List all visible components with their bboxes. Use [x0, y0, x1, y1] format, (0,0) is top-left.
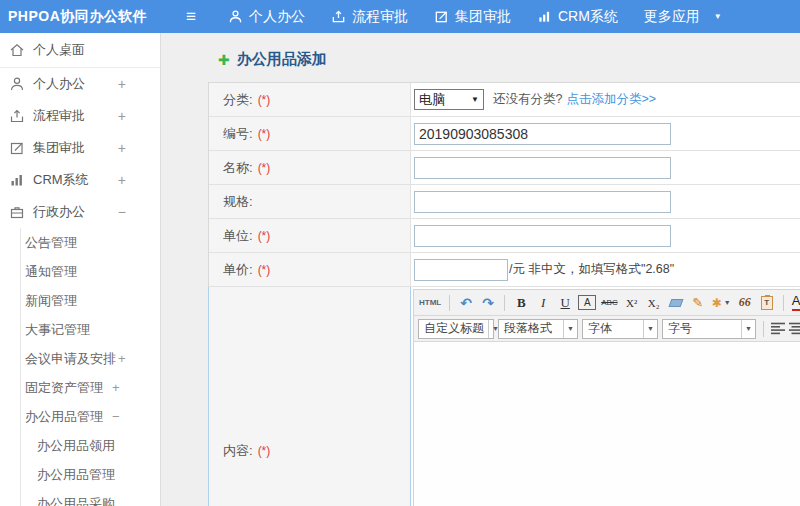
strikethrough-button[interactable]: ABC: [600, 293, 618, 313]
font-color-button[interactable]: A▼: [791, 293, 800, 313]
caret-down-icon: ▼: [741, 320, 755, 338]
upload-icon: [9, 108, 25, 124]
sidebar-item-meeting-request[interactable]: 会议申请及安排+: [21, 344, 160, 373]
spec-input[interactable]: [414, 191, 671, 213]
paragraph-format-select[interactable]: 段落格式▼: [498, 319, 578, 339]
sidebar-item-workflow-approval[interactable]: 流程审批 +: [0, 100, 160, 132]
sidebar-item-group-approval[interactable]: 集团审批 +: [0, 132, 160, 164]
clear-format-button[interactable]: ✎: [689, 293, 707, 313]
eraser-button[interactable]: [667, 293, 685, 313]
phpoa-app: { "navbar": { "logo": "PHPOA协同办公软件", "it…: [0, 0, 800, 506]
nav-item-personal-office[interactable]: 个人办公: [228, 8, 305, 26]
html-source-button[interactable]: HTML: [418, 293, 442, 313]
caret-down-icon: ▼: [714, 12, 722, 21]
chart-icon: [9, 172, 25, 188]
edit-icon: [434, 9, 449, 24]
paste-button[interactable]: T: [758, 293, 776, 313]
collapse-icon[interactable]: −: [112, 409, 120, 424]
required-mark: (*): [258, 93, 271, 107]
form-row-content: 内容: (*) HTML ↶ ↷ B I U A ABC: [209, 287, 800, 506]
category-select[interactable]: 电脑 ▼: [414, 89, 484, 110]
expand-icon[interactable]: +: [118, 108, 126, 124]
form-row-price: 单价: (*) /元 非中文，如填写格式"2.68": [209, 253, 800, 287]
price-label: 单价: (*): [209, 253, 411, 286]
app-logo: PHPOA协同办公软件: [0, 8, 186, 26]
unit-input[interactable]: [414, 225, 671, 247]
sidebar-item-personal-desktop[interactable]: 个人桌面: [0, 33, 160, 68]
page-title-text: 办公用品添加: [237, 50, 327, 69]
required-mark: (*): [258, 229, 271, 243]
sidebar-item-crm[interactable]: CRM系统 +: [0, 164, 160, 196]
sidebar-submenu-admin: 公告管理 通知管理 新闻管理 大事记管理 会议申请及安排+ 固定资产管理+ 办公…: [20, 228, 160, 506]
caret-down-icon: ▼: [643, 320, 657, 338]
blockquote-button[interactable]: 66: [736, 293, 754, 313]
price-input[interactable]: [414, 259, 508, 281]
code-label: 编号: (*): [209, 117, 411, 150]
superscript-button[interactable]: X²: [623, 293, 641, 313]
page-title: ✚ 办公用品添加: [161, 50, 800, 69]
format-painter-icon: ✱: [712, 296, 722, 310]
expand-icon[interactable]: +: [112, 380, 120, 395]
clipboard-icon: T: [761, 296, 773, 310]
sidebar-item-supplies-purchase[interactable]: 办公用品采购: [21, 489, 160, 506]
expand-icon[interactable]: +: [118, 351, 126, 366]
hamburger-menu-icon[interactable]: ≡: [186, 8, 196, 25]
sidebar-item-announcement-mgmt[interactable]: 公告管理: [21, 228, 160, 257]
sidebar-item-memorabilia-mgmt[interactable]: 大事记管理: [21, 315, 160, 344]
top-navbar: PHPOA协同办公软件 ≡ 个人办公 流程审批 集团审批 CRM系统 更多应用 …: [0, 0, 800, 33]
expand-icon[interactable]: +: [118, 76, 126, 92]
custom-heading-select[interactable]: 自定义标题▼: [418, 319, 494, 339]
caret-down-icon: ▼: [471, 95, 479, 104]
add-icon: ✚: [218, 53, 230, 67]
form-row-spec: 规格:: [209, 185, 800, 219]
sidebar-item-admin-office[interactable]: 行政办公 −: [0, 196, 160, 228]
no-category-hint: 还没有分类?: [493, 91, 562, 108]
editor-content-area[interactable]: [414, 342, 800, 506]
expand-icon[interactable]: +: [118, 140, 126, 156]
rich-text-editor: HTML ↶ ↷ B I U A ABC X² X₂ ✎: [413, 289, 800, 506]
content-label: 内容: (*): [209, 287, 411, 506]
align-center-button[interactable]: [789, 322, 800, 335]
sidebar: 个人桌面 个人办公 + 流程审批 + 集团审批 + CRM系统 + 行政办公 −…: [0, 33, 161, 506]
toolbar-separator: [504, 295, 505, 311]
sidebar-item-fixed-assets-mgmt[interactable]: 固定资产管理+: [21, 373, 160, 402]
toolbar-separator: [783, 295, 784, 311]
align-left-button[interactable]: [771, 322, 785, 335]
redo-button[interactable]: ↷: [479, 293, 497, 313]
sidebar-item-personal-office[interactable]: 个人办公 +: [0, 68, 160, 100]
undo-button[interactable]: ↶: [457, 293, 475, 313]
caret-down-icon: ▼: [724, 299, 731, 306]
font-size-select[interactable]: 字号▼: [662, 319, 756, 339]
home-icon: [9, 42, 25, 58]
italic-button[interactable]: I: [534, 293, 552, 313]
editor-toolbar-row2: 自定义标题▼ 段落格式▼ 字体▼ 字号▼ ∞: [414, 316, 800, 342]
font-family-select[interactable]: 字体▼: [582, 319, 658, 339]
format-painter-button[interactable]: ✱▼: [711, 293, 732, 313]
collapse-icon[interactable]: −: [118, 204, 126, 220]
spec-label: 规格:: [209, 185, 411, 218]
subscript-button[interactable]: X₂: [645, 293, 663, 313]
name-input[interactable]: [414, 157, 671, 179]
nav-item-workflow-approval[interactable]: 流程审批: [331, 8, 408, 26]
nav-item-more-apps[interactable]: 更多应用 ▼: [644, 8, 722, 26]
sidebar-item-supplies-requisition[interactable]: 办公用品领用: [21, 431, 160, 460]
sidebar-item-supplies-manage[interactable]: 办公用品管理: [21, 460, 160, 489]
form-row-category: 分类: (*) 电脑 ▼ 还没有分类? 点击添加分类>>: [209, 83, 800, 117]
underline-button[interactable]: U: [556, 293, 574, 313]
sidebar-item-news-mgmt[interactable]: 新闻管理: [21, 286, 160, 315]
nav-item-crm[interactable]: CRM系统: [537, 8, 618, 26]
expand-icon[interactable]: +: [118, 172, 126, 188]
sidebar-item-office-supplies-mgmt[interactable]: 办公用品管理−: [21, 402, 160, 431]
font-style-button[interactable]: A: [578, 295, 596, 310]
sidebar-item-notice-mgmt[interactable]: 通知管理: [21, 257, 160, 286]
add-category-link[interactable]: 点击添加分类>>: [566, 91, 656, 108]
supplies-add-form: 分类: (*) 电脑 ▼ 还没有分类? 点击添加分类>> 编号: (*): [208, 82, 800, 506]
toolbar-separator: [763, 321, 764, 337]
bold-button[interactable]: B: [512, 293, 530, 313]
edit-icon: [9, 140, 25, 156]
person-icon: [228, 9, 243, 24]
code-input[interactable]: [414, 123, 671, 145]
nav-item-group-approval[interactable]: 集团审批: [434, 8, 511, 26]
main-content: ✚ 办公用品添加 分类: (*) 电脑 ▼ 还没有分类? 点击添加分类>> 编号…: [161, 33, 800, 506]
editor-toolbar-row1: HTML ↶ ↷ B I U A ABC X² X₂ ✎: [414, 290, 800, 316]
